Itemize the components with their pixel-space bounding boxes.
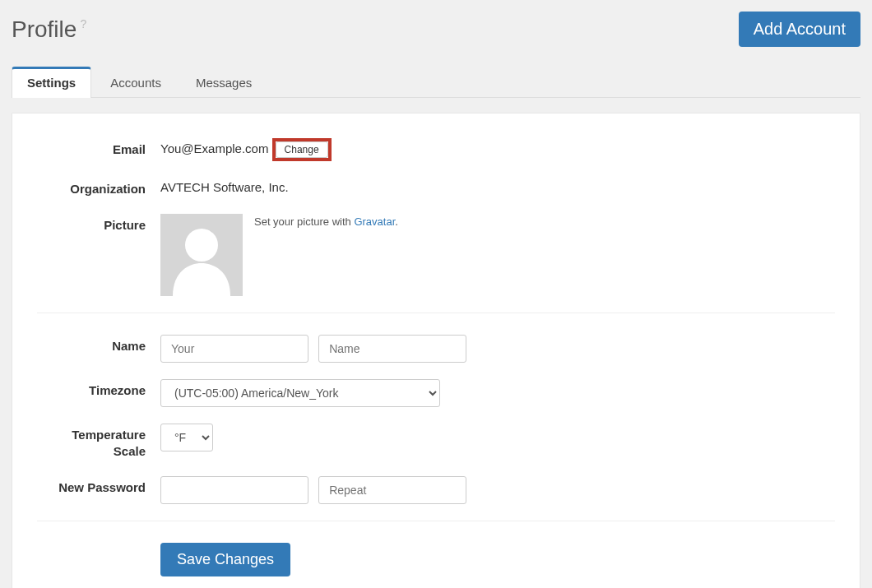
new-password-label: New Password (37, 476, 160, 496)
avatar-placeholder-icon (160, 214, 243, 296)
tab-messages[interactable]: Messages (180, 67, 267, 98)
help-icon[interactable]: ? (80, 18, 86, 30)
tab-settings[interactable]: Settings (12, 67, 91, 98)
first-name-input[interactable] (160, 335, 308, 363)
svg-point-1 (185, 229, 218, 262)
organization-label: Organization (37, 178, 160, 197)
repeat-password-input[interactable] (318, 476, 466, 504)
add-account-button[interactable]: Add Account (739, 12, 860, 47)
divider-2 (37, 521, 835, 521)
save-changes-button[interactable]: Save Changes (160, 543, 290, 576)
timezone-label: Timezone (37, 379, 160, 399)
avatar-text-prefix: Set your picture with (254, 215, 354, 228)
page-title-text: Profile (12, 16, 77, 43)
email-value: You@Example.com (160, 141, 268, 155)
avatar-help-text: Set your picture with Gravatar. (254, 214, 398, 230)
change-highlight: Change (272, 138, 332, 161)
page-title: Profile ? (12, 16, 86, 43)
avatar (160, 214, 243, 296)
organization-value: AVTECH Software, Inc. (160, 178, 835, 197)
tab-accounts[interactable]: Accounts (95, 67, 177, 98)
temperature-scale-select[interactable]: °F (160, 424, 213, 451)
email-label: Email (37, 138, 160, 158)
divider (37, 313, 835, 313)
gravatar-link[interactable]: Gravatar (354, 215, 395, 228)
tabs: Settings Accounts Messages (12, 67, 860, 98)
last-name-input[interactable] (318, 335, 466, 363)
change-email-button[interactable]: Change (276, 141, 328, 158)
name-label: Name (37, 335, 160, 354)
timezone-select[interactable]: (UTC-05:00) America/New_York (160, 379, 440, 407)
temperature-scale-label: Temperature Scale (37, 424, 160, 460)
new-password-input[interactable] (160, 476, 308, 504)
settings-panel: Email You@Example.com Change Organizatio… (12, 113, 860, 588)
picture-label: Picture (37, 214, 160, 234)
